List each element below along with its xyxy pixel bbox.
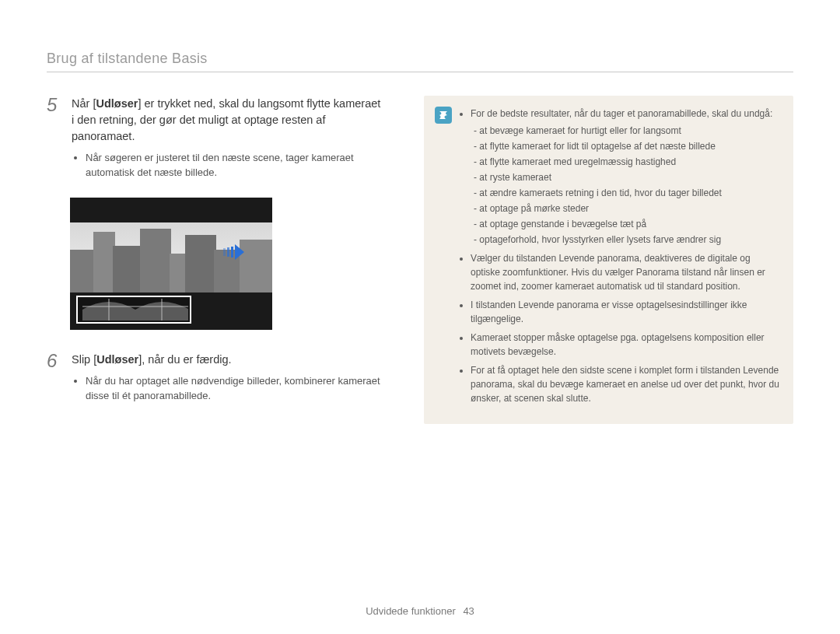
page-number: 43 [463, 605, 474, 617]
step-text-pre: Når [ [72, 97, 96, 110]
building-shape [113, 246, 141, 292]
step-text-post: ], når du er færdig. [138, 353, 231, 366]
section-header: Brug af tilstandene Basis [47, 51, 793, 72]
right-column: For de bedste resultater, når du tager e… [424, 96, 793, 424]
step-text-bold: Udløser [96, 97, 138, 110]
step-number: 6 [47, 352, 61, 407]
step-body: Slip [Udløser], når du er færdig. Når du… [72, 352, 381, 407]
note-body: For de bedste resultater, når du tager e… [460, 107, 779, 410]
panorama-illustration [70, 198, 272, 330]
step-text-pre: Slip [ [72, 353, 96, 366]
note-point: Kameraet stopper måske optagelse pga. op… [471, 331, 779, 359]
note-intro-item: For de bedste resultater, når du tager e… [471, 107, 779, 247]
capture-frame [76, 296, 191, 324]
step-bullet: Når du har optaget alle nødvendige bille… [86, 374, 381, 404]
note-point: I tilstanden Levende panorama er visse o… [471, 298, 779, 326]
note-point: Vælger du tilstanden Levende panorama, d… [471, 251, 779, 293]
step-bullet: Når søgeren er justeret til den næste sc… [86, 151, 381, 180]
note-point: For at få optaget hele den sidste scene … [471, 363, 779, 405]
note-box: For de bedste resultater, når du tager e… [424, 96, 793, 424]
note-avoid-item: at bevæge kameraet for hurtigt eller for… [474, 124, 779, 138]
note-intro: For de bedste resultater, når du tager e… [471, 108, 772, 119]
note-avoid-item: optageforhold, hvor lysstyrken eller lys… [474, 233, 779, 247]
note-avoid-item: at ryste kameraet [474, 170, 779, 184]
bridge-icon [82, 299, 188, 321]
step-number: 5 [47, 96, 61, 184]
building-shape [240, 240, 272, 292]
building-shape [93, 232, 115, 292]
step-body: Når [Udløser] er trykket ned, skal du la… [72, 96, 381, 184]
note-avoid-item: at optage på mørke steder [474, 201, 779, 215]
step-6: 6 Slip [Udløser], når du er færdig. Når … [47, 352, 381, 407]
note-icon [435, 107, 452, 124]
content-columns: 5 Når [Udløser] er trykket ned, skal du … [47, 96, 793, 424]
note-avoid-item: at flytte kameraet med uregelmæssig hast… [474, 155, 779, 169]
step-bullets: Når du har optaget alle nødvendige bille… [72, 374, 381, 404]
step-bullets: Når søgeren er justeret til den næste sc… [72, 151, 381, 180]
building-shape [185, 235, 216, 292]
building-shape [170, 254, 187, 292]
footer-section: Udvidede funktioner [366, 605, 456, 617]
page-footer: Udvidede funktioner 43 [0, 605, 840, 617]
note-avoid-item: at ændre kameraets retning i den tid, hv… [474, 186, 779, 200]
note-avoid-item: at optage genstande i bevægelse tæt på [474, 217, 779, 231]
left-column: 5 Når [Udløser] er trykket ned, skal du … [47, 96, 381, 424]
note-avoid-item: at flytte kameraet for lidt til optagels… [474, 139, 779, 153]
step-text-bold: Udløser [96, 353, 138, 366]
building-shape [140, 229, 171, 292]
step-5: 5 Når [Udløser] er trykket ned, skal du … [47, 96, 381, 184]
arrow-right-icon [223, 244, 244, 260]
note-avoid-list: at bevæge kameraet for hurtigt eller for… [471, 124, 779, 247]
